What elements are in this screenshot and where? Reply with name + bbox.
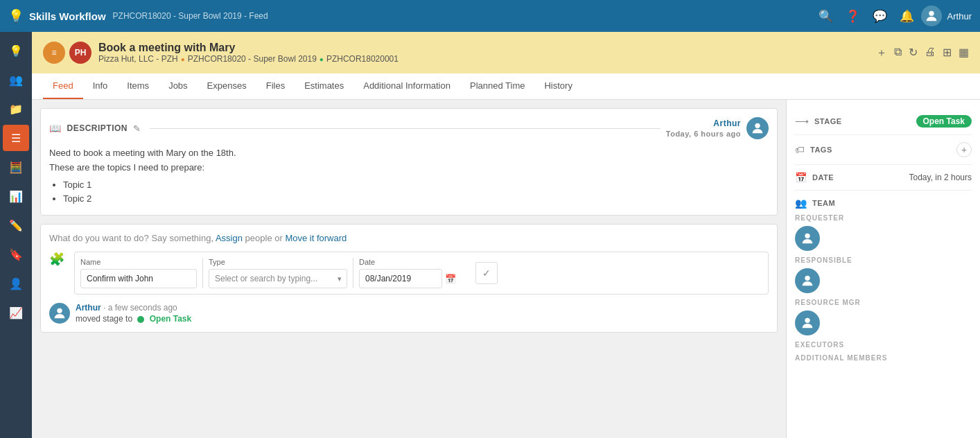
- sidebar-item-calculator[interactable]: 🧮: [3, 154, 29, 180]
- sidebar-item-profile[interactable]: 👤: [3, 270, 29, 297]
- menu-icon: ≡: [43, 42, 65, 64]
- expand-icon[interactable]: ⊞: [943, 46, 952, 60]
- name-field: Name: [80, 258, 197, 288]
- project-name: PZHCOR18020 - Super Bowl 2019: [188, 54, 317, 64]
- desc-edit-icon[interactable]: ✎: [133, 123, 141, 134]
- ph-icon: PH: [69, 42, 91, 64]
- type-select-wrapper: Select or search by typing...: [209, 269, 347, 288]
- user-menu[interactable]: Arthur: [921, 6, 972, 26]
- executors-label: EXECUTORS: [795, 341, 972, 349]
- date-label: Date: [359, 258, 470, 266]
- nav-icons: 🔍 ❓ 💬 🔔: [819, 9, 914, 24]
- tab-estimates[interactable]: Estimates: [295, 73, 353, 99]
- stage-update-time: · a few seconds ago: [103, 303, 177, 313]
- tab-additional-info[interactable]: Additional Information: [353, 73, 460, 99]
- desc-text-line1: Need to book a meeting with Mary on the …: [49, 146, 769, 161]
- compose-action-row: 🧩 Name: [49, 252, 769, 295]
- confirm-button[interactable]: ✓: [475, 262, 498, 284]
- sidebar-item-team[interactable]: 👥: [3, 67, 29, 93]
- tab-files[interactable]: Files: [256, 73, 295, 99]
- stage-update-author: Arthur: [76, 303, 101, 313]
- stage-update-content: Arthur · a few seconds ago moved stage t…: [76, 303, 191, 324]
- dot2: ●: [320, 55, 324, 63]
- sidebar-item-tasks[interactable]: ☰: [3, 125, 29, 151]
- page-title: Book a meeting with Mary: [98, 42, 399, 54]
- desc-author-area: Arthur Today, 6 hours ago: [666, 119, 741, 138]
- desc-text-line2: These are the topics I need to prepare:: [49, 161, 769, 175]
- desc-topic2: Topic 2: [63, 192, 769, 207]
- stage-label: STAGE: [814, 117, 911, 125]
- sidebar-item-ideas[interactable]: 💡: [3, 37, 29, 64]
- copy-icon[interactable]: ⧉: [894, 46, 902, 60]
- tab-expenses[interactable]: Expenses: [198, 73, 256, 99]
- tags-label: TAGS: [810, 146, 951, 154]
- description-label: DESCRIPTION: [67, 123, 128, 133]
- date-panel-label: DATE: [812, 173, 904, 182]
- sidebar-item-edit[interactable]: ✏️: [3, 212, 29, 238]
- sidebar-item-reports[interactable]: 📊: [3, 183, 29, 209]
- stage-update-area: Arthur · a few seconds ago moved stage t…: [49, 303, 769, 324]
- description-box: 📖 DESCRIPTION ✎ Arthur Today, 6 hours ag…: [40, 108, 778, 216]
- refresh-icon[interactable]: ↻: [909, 46, 918, 60]
- responsible-label: RESPONSIBLE: [795, 256, 972, 264]
- columns-icon[interactable]: ▦: [959, 46, 969, 60]
- tabs-bar: Feed Info Items Jobs Expenses Files Esti…: [32, 73, 980, 100]
- tab-info[interactable]: Info: [83, 73, 118, 99]
- puzzle-icon[interactable]: 🧩: [49, 252, 64, 267]
- type-label: Type: [209, 258, 347, 266]
- help-icon[interactable]: ❓: [846, 9, 860, 24]
- calendar-icon[interactable]: 📅: [445, 274, 456, 284]
- add-tag-button[interactable]: +: [956, 142, 972, 157]
- left-sidebar: 💡 👥 📁 ☰ 🧮 📊 ✏️ 🔖 👤 📈: [0, 32, 32, 438]
- tab-history[interactable]: History: [534, 73, 581, 99]
- tab-planned-time[interactable]: Planned Time: [460, 73, 535, 99]
- sidebar-item-bookmarks[interactable]: 🔖: [3, 241, 29, 268]
- messages-icon[interactable]: 💬: [873, 9, 887, 24]
- divider2: [353, 258, 353, 288]
- date-input[interactable]: [359, 269, 442, 288]
- header-banner: ≡ PH Book a meeting with Mary Pizza Hut,…: [32, 32, 980, 73]
- desc-book-icon: 📖: [49, 123, 62, 134]
- requester-label: REQUESTER: [795, 214, 972, 222]
- resource-mgr-avatar: [795, 310, 820, 335]
- add-icon[interactable]: ＋: [876, 46, 887, 60]
- search-icon[interactable]: 🔍: [819, 9, 833, 24]
- app-logo[interactable]: 💡 Skills Workflow: [8, 8, 106, 24]
- date-section: 📅 DATE Today, in 2 hours: [795, 165, 972, 191]
- svg-point-3: [805, 234, 810, 238]
- tab-jobs[interactable]: Jobs: [159, 73, 197, 99]
- team-row: 👥 TEAM: [795, 198, 972, 209]
- desc-author-name: Arthur: [713, 119, 741, 128]
- move-forward-link[interactable]: Move it forward: [285, 233, 347, 243]
- description-content: Need to book a meeting with Mary on the …: [49, 146, 769, 207]
- sidebar-item-analytics[interactable]: 📈: [3, 299, 29, 326]
- additional-members-label: ADDITIONAL MEMBERS: [795, 354, 972, 362]
- notifications-icon[interactable]: 🔔: [900, 9, 914, 24]
- app-name: Skills Workflow: [29, 10, 106, 22]
- tab-items[interactable]: Items: [117, 73, 159, 99]
- logo-icon: 💡: [8, 8, 24, 24]
- stage-badge[interactable]: Open Task: [916, 115, 972, 128]
- name-input[interactable]: [80, 269, 197, 288]
- responsible-avatar: [795, 268, 820, 293]
- team-section: 👥 TEAM REQUESTER RESPONSIBLE: [795, 191, 972, 373]
- svg-point-1: [755, 123, 760, 128]
- activity-form: Name Type Select or search by typ: [74, 252, 769, 295]
- stage-section: ⟶ STAGE Open Task: [795, 108, 972, 135]
- print-icon[interactable]: 🖨: [925, 46, 936, 60]
- desc-avatar: [746, 117, 769, 139]
- calendar-panel-icon: 📅: [795, 172, 807, 183]
- type-select[interactable]: Select or search by typing...: [209, 269, 347, 288]
- content-area: 📖 DESCRIPTION ✎ Arthur Today, 6 hours ag…: [32, 100, 980, 438]
- banner-subtitle: Pizza Hut, LLC - PZH ● PZHCOR18020 - Sup…: [98, 54, 399, 64]
- green-dot-inline: [137, 316, 144, 323]
- stage-update-text: moved stage to Open Task: [76, 314, 191, 324]
- stage-icon: ⟶: [795, 116, 809, 127]
- assign-link[interactable]: Assign: [216, 233, 243, 243]
- banner-actions: ＋ ⧉ ↻ 🖨 ⊞ ▦: [876, 46, 969, 60]
- tab-feed[interactable]: Feed: [43, 73, 83, 99]
- stage-update-meta: Arthur · a few seconds ago: [76, 303, 191, 313]
- right-panel: ⟶ STAGE Open Task 🏷 TAGS +: [786, 100, 980, 438]
- sidebar-item-files[interactable]: 📁: [3, 96, 29, 122]
- divider1: [202, 258, 203, 288]
